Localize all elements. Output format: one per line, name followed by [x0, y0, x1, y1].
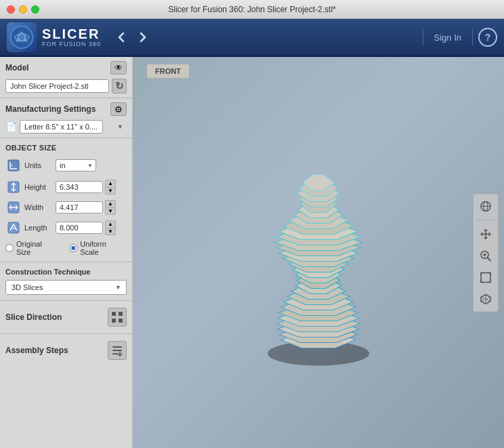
- help-button[interactable]: ?: [478, 28, 497, 47]
- original-size-option[interactable]: Original Size: [5, 240, 58, 256]
- length-input[interactable]: [56, 222, 103, 234]
- uniform-scale-label: Uniform Scale: [80, 240, 127, 256]
- mfg-label: Manufacturing Settings: [5, 104, 96, 114]
- window-title: Slicer for Fusion 360: John Slicer Proje…: [168, 5, 335, 14]
- divider: [423, 29, 423, 45]
- svg-rect-13: [119, 312, 123, 316]
- mfg-file-icon: 📄: [5, 121, 17, 132]
- width-label: Width: [24, 203, 56, 211]
- length-row: Length ▲ ▼: [5, 220, 127, 236]
- width-decrement[interactable]: ▼: [105, 207, 116, 215]
- construction-section: Construction Technique 3D Slices Stacked…: [0, 262, 132, 301]
- construction-title: Construction Technique: [5, 268, 127, 276]
- divider2: [472, 29, 473, 45]
- main-area: Model 👁 John Slicer Project-2.stl ↻ Manu…: [0, 57, 504, 448]
- width-row: Width ▲ ▼: [5, 199, 127, 216]
- viewport[interactable]: FRONT: [133, 57, 504, 448]
- assembly-section[interactable]: Assembly Steps: [0, 334, 132, 367]
- logo-text: SLICER FOR FUSION 360: [42, 27, 101, 47]
- slice-direction-section[interactable]: Slice Direction: [0, 301, 132, 334]
- title-bar: Slicer for Fusion 360: John Slicer Proje…: [0, 0, 504, 19]
- traffic-lights: [7, 5, 39, 14]
- grid-icon: [110, 310, 124, 324]
- width-spinner: ▲ ▼: [105, 200, 116, 215]
- mfg-dropdown-wrapper: Letter 8.5" x 11" x 0....: [20, 120, 127, 134]
- units-label: Units: [24, 161, 56, 169]
- svg-point-1: [18, 34, 26, 41]
- model-label: Model: [5, 63, 29, 73]
- object-size-title: Object Size: [5, 144, 127, 152]
- svg-rect-12: [112, 312, 116, 316]
- model-refresh-button[interactable]: ↻: [112, 79, 127, 94]
- slice-direction-button[interactable]: [108, 308, 127, 327]
- length-decrement[interactable]: ▼: [105, 228, 116, 235]
- construction-select[interactable]: 3D Slices Stacked Slices Interlocked Sli…: [5, 280, 127, 295]
- length-spinner: ▲ ▼: [105, 220, 116, 235]
- scale-row: Original Size Uniform Scale: [5, 240, 127, 256]
- width-input[interactable]: [56, 201, 103, 213]
- app-bar-right: Sign In ?: [423, 28, 497, 47]
- svg-rect-17: [112, 350, 122, 351]
- fit-tool[interactable]: [476, 268, 495, 287]
- length-icon: [5, 220, 22, 236]
- minimize-button[interactable]: [19, 5, 27, 14]
- svg-rect-27: [481, 272, 490, 282]
- download-list-icon: [110, 344, 124, 357]
- length-increment[interactable]: ▲: [105, 220, 116, 228]
- height-input[interactable]: [56, 181, 103, 193]
- refresh-icon: ↻: [115, 80, 124, 92]
- logo-sub-text: FOR FUSION 360: [42, 41, 101, 47]
- eye-icon: 👁: [114, 63, 123, 73]
- original-size-radio[interactable]: [5, 244, 14, 252]
- svg-rect-15: [119, 319, 123, 323]
- sign-in-button[interactable]: Sign In: [429, 30, 467, 45]
- app-bar: SLICER FOR FUSION 360 Sign In ?: [0, 19, 504, 57]
- mfg-dropdown[interactable]: Letter 8.5" x 11" x 0....: [20, 120, 103, 134]
- mfg-select-row: 📄 Letter 8.5" x 11" x 0....: [5, 120, 127, 134]
- tools-divider1: [476, 220, 495, 220]
- logo-icon: [7, 22, 37, 52]
- units-select[interactable]: in mm cm ft: [56, 159, 96, 171]
- height-icon: [5, 179, 22, 195]
- height-label: Height: [24, 183, 56, 191]
- svg-line-24: [488, 258, 491, 261]
- model-header: Model 👁: [5, 61, 127, 75]
- width-increment[interactable]: ▲: [105, 200, 116, 207]
- gear-icon: ⚙: [114, 104, 123, 115]
- object-size-section: Object Size Units in mm cm: [0, 138, 132, 262]
- view-cube-tool[interactable]: [476, 289, 495, 308]
- original-size-label: Original Size: [16, 240, 58, 256]
- close-button[interactable]: [7, 5, 15, 14]
- model-filename: John Slicer Project-2.stl: [5, 79, 109, 93]
- height-decrement[interactable]: ▼: [105, 187, 116, 195]
- units-row: Units in mm cm ft: [5, 157, 127, 174]
- mfg-settings-button[interactable]: ⚙: [110, 102, 127, 116]
- model-canvas: [224, 129, 413, 375]
- assembly-steps-button[interactable]: [108, 341, 127, 360]
- svg-rect-18: [112, 353, 118, 354]
- back-button[interactable]: [112, 28, 131, 47]
- left-panel: Model 👁 John Slicer Project-2.stl ↻ Manu…: [0, 57, 133, 448]
- height-increment[interactable]: ▲: [105, 180, 116, 187]
- pan-tool[interactable]: [476, 224, 495, 243]
- fullscreen-button[interactable]: [31, 5, 39, 14]
- slice-direction-label: Slice Direction: [5, 312, 62, 322]
- model-section: Model 👁 John Slicer Project-2.stl ↻: [0, 57, 132, 98]
- uniform-scale-radio[interactable]: [69, 244, 77, 252]
- manufacturing-section: Manufacturing Settings ⚙ 📄 Letter 8.5" x…: [0, 98, 132, 138]
- model-file-row: John Slicer Project-2.stl ↻: [5, 79, 127, 94]
- zoom-tool[interactable]: [476, 246, 495, 265]
- rotate-tool[interactable]: [476, 197, 495, 216]
- front-label: FRONT: [146, 64, 190, 79]
- forward-button[interactable]: [133, 28, 152, 47]
- viewport-tools: [473, 193, 499, 312]
- construction-select-wrapper: 3D Slices Stacked Slices Interlocked Sli…: [5, 280, 127, 295]
- svg-rect-14: [112, 319, 116, 323]
- nav-buttons: [112, 28, 152, 47]
- model-visibility-button[interactable]: 👁: [110, 61, 127, 75]
- assembly-steps-label: Assembly Steps: [5, 346, 68, 355]
- length-label: Length: [24, 224, 56, 232]
- uniform-scale-option[interactable]: Uniform Scale: [69, 240, 127, 256]
- units-icon: [5, 157, 22, 174]
- logo-main-text: SLICER: [42, 27, 101, 41]
